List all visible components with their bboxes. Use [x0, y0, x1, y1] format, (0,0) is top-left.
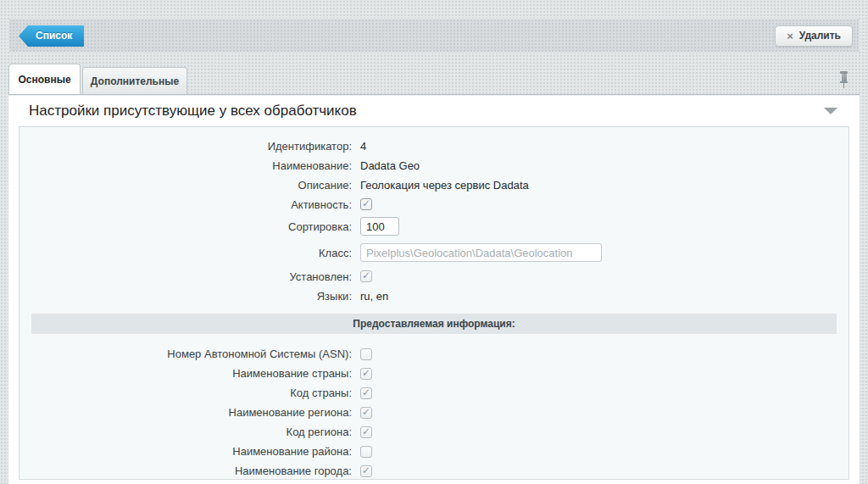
info-checkbox[interactable]: [360, 465, 372, 477]
class-label: Класс:: [19, 247, 356, 259]
tab-main[interactable]: Основные: [8, 64, 81, 94]
name-value: Dadata Geo: [360, 159, 420, 172]
info-row: Код страны:: [19, 387, 849, 399]
back-to-list-button[interactable]: Список: [19, 25, 84, 47]
info-row-label: Код региона:: [19, 426, 356, 438]
description-label: Описание:: [19, 179, 356, 192]
delete-button[interactable]: × Удалить: [775, 25, 853, 47]
info-row-label: Наименование района:: [19, 445, 356, 458]
tab-additional[interactable]: Дополнительные: [82, 67, 187, 94]
info-checkbox[interactable]: [360, 407, 372, 419]
languages-label: Языки:: [19, 290, 356, 303]
info-row: Наименование района:: [19, 445, 849, 458]
section-title: Настройки присутствующие у всех обработч…: [29, 103, 357, 120]
identifier-value: 4: [360, 140, 366, 153]
settings-fieldset: Идентификатор: 4 Наименование: Dadata Ge…: [19, 126, 849, 480]
info-row-label: Наименование региона:: [19, 406, 356, 419]
class-input[interactable]: [360, 243, 602, 262]
chevron-down-icon[interactable]: [824, 108, 837, 114]
field-row-identifier: Идентификатор: 4: [19, 139, 849, 153]
field-row-description: Описание: Геолокация через сервис Dadata: [19, 178, 849, 192]
toolbar: Список × Удалить: [8, 19, 860, 53]
pin-icon[interactable]: [839, 71, 849, 88]
field-row-active: Активность:: [19, 197, 849, 211]
info-checkbox[interactable]: [360, 368, 372, 380]
info-checkbox[interactable]: [360, 426, 372, 438]
info-row: Наименование города:: [19, 465, 849, 477]
installed-checkbox: [360, 270, 372, 282]
info-checkbox[interactable]: [360, 387, 372, 399]
name-label: Наименование:: [19, 159, 356, 172]
content-panel: Настройки присутствующие у всех обработч…: [8, 94, 860, 484]
page: { "toolbar": { "back_label": "Список", "…: [0, 0, 868, 484]
provided-info-list: Номер Автономной Системы (ASN): Наименов…: [19, 348, 849, 477]
active-label: Активность:: [19, 198, 356, 211]
active-checkbox[interactable]: [360, 198, 372, 210]
tab-strip: Основные Дополнительные: [8, 53, 860, 94]
delete-button-label: Удалить: [799, 26, 841, 46]
identifier-label: Идентификатор:: [19, 140, 356, 153]
field-row-name: Наименование: Dadata Geo: [19, 159, 849, 172]
field-row-languages: Языки: ru, en: [19, 289, 849, 303]
info-row: Номер Автономной Системы (ASN):: [19, 348, 849, 360]
sort-input[interactable]: [360, 217, 399, 236]
info-row-label: Наименование страны:: [19, 367, 356, 380]
provided-info-header: Предоставляемая информация:: [31, 314, 837, 334]
info-row: Код региона:: [19, 426, 849, 438]
info-row-label: Код страны:: [19, 387, 356, 399]
description-value: Геолокация через сервис Dadata: [360, 179, 529, 192]
info-row: Наименование страны:: [19, 367, 849, 380]
field-row-class: Класс:: [19, 243, 849, 262]
info-checkbox[interactable]: [360, 348, 372, 360]
field-row-installed: Установлен:: [19, 270, 849, 283]
info-checkbox[interactable]: [360, 446, 372, 458]
section-header: Настройки присутствующие у всех обработч…: [8, 95, 860, 126]
field-row-sort: Сортировка:: [19, 217, 849, 236]
info-row-label: Наименование города:: [19, 465, 356, 477]
close-icon: ×: [787, 26, 793, 46]
languages-value: ru, en: [360, 290, 388, 303]
info-row-label: Номер Автономной Системы (ASN):: [19, 348, 356, 360]
installed-label: Установлен:: [19, 270, 356, 283]
info-row: Наименование региона:: [19, 406, 849, 419]
sort-label: Сортировка:: [19, 220, 356, 233]
